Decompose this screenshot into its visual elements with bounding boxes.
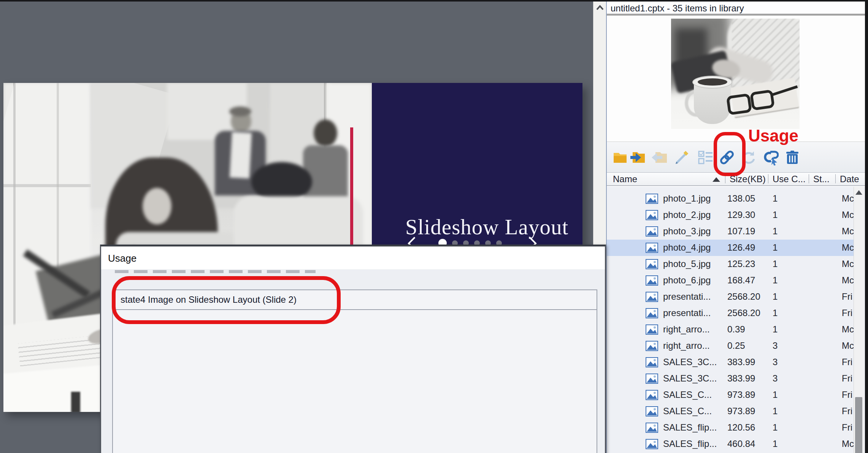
library-preview-area	[607, 16, 865, 141]
item-use-count: 1	[773, 242, 778, 253]
scrollbar-thumb[interactable]	[855, 397, 862, 453]
table-row[interactable]: SALES_flip...120.561Fri	[607, 420, 854, 436]
item-name: SALES_3C...	[663, 357, 717, 367]
properties-icon	[698, 151, 713, 164]
item-date: Mc	[842, 324, 854, 335]
item-name: photo_6.jpg	[663, 275, 711, 286]
window-right-edge	[865, 0, 868, 453]
sort-ascending-icon	[712, 177, 720, 182]
item-date: Mc	[842, 275, 854, 286]
properties-button[interactable]	[697, 150, 714, 165]
item-use-count: 3	[773, 373, 778, 384]
image-file-icon	[646, 390, 658, 400]
item-date: Fri	[842, 422, 852, 433]
item-name: SALES_C...	[663, 389, 712, 400]
item-date: Mc	[842, 340, 854, 351]
item-name: right_arro...	[663, 340, 710, 351]
item-size: 120.56	[727, 422, 755, 433]
table-row[interactable]: SALES_3C...383.993Fri	[607, 370, 854, 387]
usage-dialog-title: Usage	[108, 253, 136, 264]
item-size: 0.39	[727, 324, 745, 335]
table-row[interactable]: photo_6.jpg168.471Mc	[607, 272, 854, 289]
item-use-count: 1	[773, 210, 778, 220]
clipped-caption-text	[115, 270, 316, 273]
column-header-name[interactable]: Name	[613, 174, 637, 184]
library-list-scrollbar[interactable]	[854, 187, 864, 453]
item-use-count: 1	[773, 422, 778, 433]
library-title: untitled1.cptx - 35 items in library	[611, 3, 744, 14]
image-file-icon	[646, 194, 658, 204]
item-size: 107.19	[727, 226, 755, 237]
column-header-status[interactable]: St...	[813, 174, 830, 184]
item-size: 126.49	[727, 242, 755, 253]
item-date: Fri	[842, 406, 852, 416]
image-file-icon	[646, 210, 658, 220]
table-row[interactable]: presentati...2568.201Fri	[607, 289, 854, 305]
table-row[interactable]: photo_3.jpg107.191Mc	[607, 223, 854, 240]
re-link-button[interactable]	[761, 150, 778, 165]
edit-button[interactable]	[674, 150, 690, 165]
item-use-count: 1	[773, 324, 778, 335]
open-folder-button[interactable]	[612, 150, 629, 165]
table-row[interactable]: SALES_C...973.891Fri	[607, 387, 854, 403]
delete-button[interactable]	[784, 150, 801, 165]
table-row[interactable]: photo_4.jpg126.491Mc	[607, 240, 854, 256]
column-header-date[interactable]: Date	[840, 174, 859, 184]
export-button[interactable]	[651, 150, 668, 165]
item-date: Mc	[842, 210, 854, 220]
table-row[interactable]: presentati...2568.201Fri	[607, 305, 854, 321]
usage-annotation-label: Usage	[748, 126, 798, 145]
item-use-count: 3	[773, 357, 778, 367]
item-name: presentati...	[663, 291, 711, 302]
image-file-icon	[646, 341, 658, 351]
item-date: Mc	[842, 439, 854, 449]
item-size: 460.84	[727, 439, 755, 449]
image-file-icon	[646, 423, 658, 433]
trash-icon	[785, 150, 799, 165]
image-file-icon	[646, 406, 658, 416]
table-row[interactable]: right_arro...0.391Mc	[607, 321, 854, 338]
library-preview-thumbnail	[671, 19, 800, 129]
item-name: SALES_flip...	[663, 422, 717, 433]
item-size: 125.23	[727, 259, 755, 269]
column-header-use-count[interactable]: Use C...	[773, 174, 806, 184]
library-item-list: photo_1.jpg138.051Mcphoto_2.jpg129.301Mc…	[607, 187, 865, 453]
item-use-count: 1	[773, 439, 778, 449]
item-use-count: 1	[773, 226, 778, 237]
scroll-up-icon	[855, 190, 863, 195]
slide-accent-bar	[350, 127, 353, 249]
import-button[interactable]	[630, 150, 646, 165]
item-date: Fri	[842, 389, 852, 400]
item-date: Mc	[842, 193, 854, 204]
table-row[interactable]: photo_1.jpg138.051Mc	[607, 191, 854, 207]
image-file-icon	[646, 243, 658, 253]
item-use-count: 1	[773, 308, 778, 318]
item-size: 973.89	[727, 389, 755, 400]
image-file-icon	[646, 374, 658, 384]
item-size: 168.47	[727, 275, 755, 286]
item-name: SALES_C...	[663, 406, 712, 416]
item-name: photo_3.jpg	[663, 226, 711, 237]
item-size: 2568.20	[727, 291, 760, 302]
table-row[interactable]: SALES_flip...460.841Mc	[607, 436, 854, 452]
window-top-edge	[0, 0, 868, 2]
usage-annotation-circle	[714, 132, 746, 176]
table-row[interactable]: photo_5.jpg125.231Mc	[607, 256, 854, 272]
captivate-window: Slideshow Layout Click the right and lef…	[0, 0, 868, 453]
item-name: SALES_3C...	[663, 373, 717, 384]
item-size: 129.30	[727, 210, 755, 220]
item-date: Mc	[842, 259, 854, 269]
image-file-icon	[646, 292, 658, 302]
usage-dialog-titlebar[interactable]: Usage	[101, 246, 605, 269]
item-date: Fri	[842, 308, 852, 318]
item-name: photo_2.jpg	[663, 210, 711, 220]
item-size: 383.99	[727, 357, 755, 367]
relink-cursor-icon	[761, 150, 779, 165]
pencil-icon	[674, 150, 690, 165]
library-panel: untitled1.cptx - 35 items in library	[606, 2, 865, 453]
item-name: right_arro...	[663, 324, 710, 335]
table-row[interactable]: photo_2.jpg129.301Mc	[607, 207, 854, 223]
table-row[interactable]: right_arro...0.253Mc	[607, 338, 854, 354]
table-row[interactable]: SALES_3C...383.993Fri	[607, 354, 854, 370]
table-row[interactable]: SALES_C...973.891Fri	[607, 403, 854, 420]
